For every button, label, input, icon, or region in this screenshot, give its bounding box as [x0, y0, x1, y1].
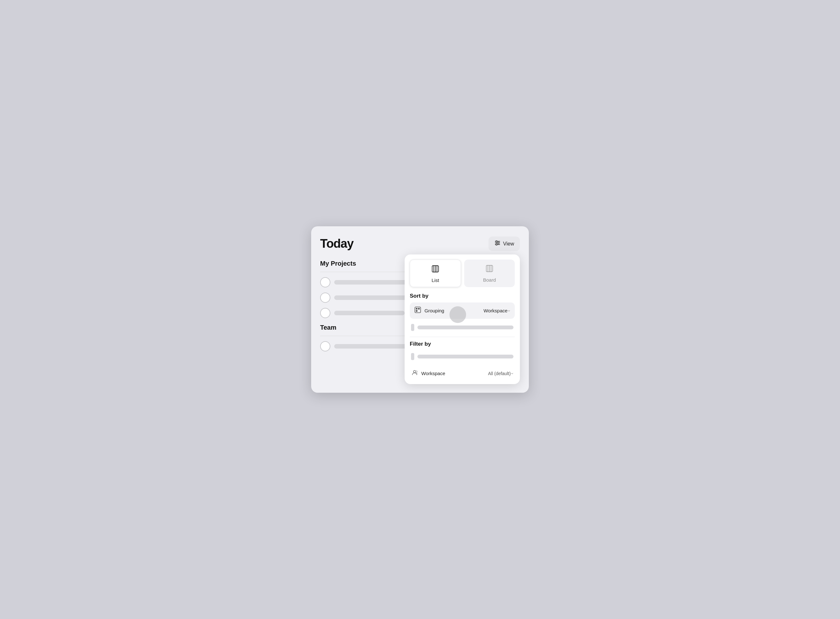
- board-icon: [485, 264, 494, 275]
- filter-by-label: Filter by: [410, 341, 515, 347]
- sliders-icon: [494, 240, 501, 248]
- svg-rect-15: [416, 308, 417, 310]
- extra-bar-small: [411, 324, 414, 331]
- workspace-icon: [411, 369, 418, 378]
- list-icon: [431, 265, 440, 275]
- task-checkbox[interactable]: [320, 308, 330, 318]
- svg-rect-14: [415, 307, 421, 313]
- workspace-value[interactable]: All (default) ›: [488, 371, 513, 376]
- svg-point-5: [496, 244, 497, 245]
- task-checkbox[interactable]: [320, 341, 330, 351]
- svg-point-18: [414, 371, 416, 373]
- view-button-label: View: [503, 241, 514, 247]
- view-panel: List Board Sort by: [405, 254, 520, 384]
- extra-bar-long: [417, 326, 513, 329]
- task-bar: [334, 311, 405, 315]
- board-label: Board: [483, 277, 496, 283]
- sort-by-label: Sort by: [410, 293, 515, 299]
- chevron-down-icon: ›: [510, 372, 516, 374]
- grouping-row[interactable]: Grouping Workspace ›: [410, 302, 515, 319]
- filter-bar-small: [411, 353, 414, 360]
- workspace-left: Workspace: [411, 369, 445, 378]
- grouping-value[interactable]: Workspace ›: [484, 308, 510, 313]
- workspace-label: Workspace: [421, 371, 445, 376]
- workspace-row[interactable]: Workspace All (default) ›: [410, 366, 515, 378]
- grouping-icon: [414, 306, 421, 315]
- list-view-button[interactable]: List: [410, 260, 461, 287]
- view-toggle-row: List Board: [410, 260, 515, 287]
- task-checkbox[interactable]: [320, 277, 330, 287]
- task-checkbox[interactable]: [320, 293, 330, 303]
- svg-point-4: [498, 242, 499, 244]
- filter-row: [410, 350, 515, 363]
- grouping-value-text: Workspace: [484, 308, 508, 313]
- svg-rect-16: [418, 308, 420, 310]
- board-view-button[interactable]: Board: [464, 260, 515, 287]
- chevron-down-icon: ›: [507, 310, 512, 311]
- svg-point-3: [496, 241, 497, 242]
- main-window: Today View My Projects: [311, 226, 529, 393]
- grouping-label: Grouping: [424, 308, 444, 313]
- grouping-left: Grouping: [414, 306, 444, 315]
- view-button[interactable]: View: [489, 236, 520, 251]
- page-title: Today: [320, 237, 353, 251]
- top-bar: Today View: [320, 236, 520, 251]
- workspace-value-text: All (default): [488, 371, 511, 376]
- list-label: List: [432, 278, 439, 283]
- svg-rect-17: [416, 310, 417, 312]
- extra-sort-row: [410, 321, 515, 333]
- filter-bar-long: [417, 354, 513, 359]
